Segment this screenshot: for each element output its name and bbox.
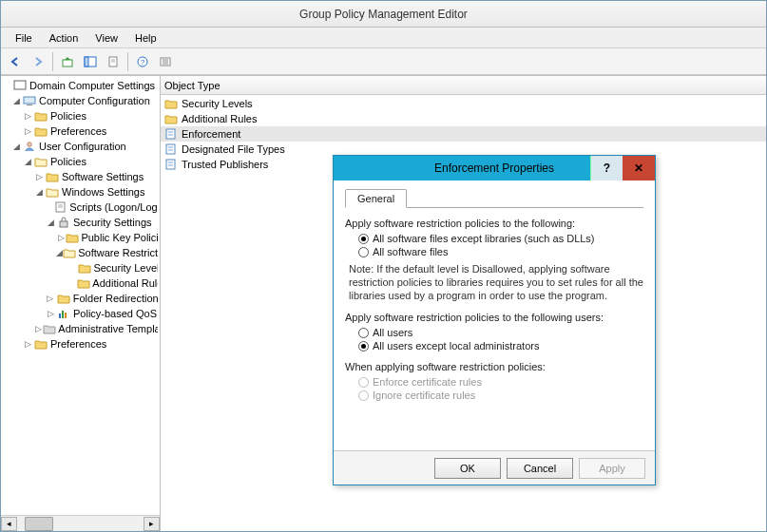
toolbar-separator (127, 52, 128, 71)
svg-rect-2 (85, 57, 88, 66)
ok-button[interactable]: OK (434, 458, 501, 479)
tree-root[interactable]: Domain Computer Settings (29, 80, 155, 91)
list-column-header[interactable]: Object Type (161, 76, 766, 95)
files-note: Note: If the default level is Disallowed… (349, 263, 643, 302)
tree-hscrollbar[interactable]: ◂ ▸ (1, 515, 160, 531)
menu-file[interactable]: File (7, 30, 41, 46)
refresh-button[interactable]: ? (132, 51, 153, 72)
group-users: Apply software restriction policies to t… (345, 312, 643, 352)
group-files: Apply software restriction policies to t… (345, 218, 643, 302)
tree-item[interactable]: Public Key Policies (81, 232, 158, 243)
radio-icon (358, 377, 369, 388)
svg-rect-13 (24, 97, 35, 104)
svg-rect-28 (168, 149, 173, 151)
twisty-icon[interactable]: ◢ (10, 96, 22, 105)
folder-icon (34, 110, 48, 122)
folder-icon (164, 113, 178, 124)
dialog-close-button[interactable]: ✕ (623, 156, 655, 180)
tree[interactable]: Domain Computer Settings ◢Computer Confi… (1, 76, 160, 515)
tree-item[interactable]: Windows Settings (62, 186, 144, 198)
folder-icon (77, 277, 90, 289)
tree-item[interactable]: Scripts (Logon/Logoff) (69, 201, 158, 213)
up-button[interactable] (57, 51, 78, 72)
list-item[interactable]: Enforcement (161, 126, 766, 142)
list-item-label: Security Levels (182, 98, 253, 109)
enforcement-properties-dialog: Enforcement Properties ? ✕ General Apply… (333, 155, 656, 485)
twisty-icon[interactable]: ▷ (22, 111, 33, 121)
dialog-titlebar[interactable]: Enforcement Properties ? ✕ (334, 156, 655, 180)
svg-rect-19 (60, 221, 67, 227)
forward-button[interactable] (28, 51, 48, 72)
twisty-icon[interactable]: ▷ (33, 172, 45, 181)
menu-help[interactable]: Help (126, 30, 165, 46)
group-cert: When applying software restriction polic… (345, 361, 643, 401)
svg-rect-30 (168, 162, 173, 163)
list-icon (159, 55, 172, 68)
tree-item[interactable]: Folder Redirection (73, 293, 158, 304)
tree-item[interactable]: Additional Rules (92, 277, 158, 289)
list-item[interactable]: Additional Rules (161, 111, 766, 126)
tab-general[interactable]: General (345, 189, 407, 208)
twisty-icon[interactable]: ▷ (45, 294, 56, 303)
radio-all-users-except-admins[interactable]: All users except local administrators (358, 340, 643, 352)
console-icon (13, 80, 27, 91)
tree-item[interactable]: Computer Configuration (39, 95, 150, 106)
radio-icon (358, 341, 369, 352)
twisty-icon[interactable]: ▷ (45, 309, 56, 318)
folder-icon (34, 338, 48, 350)
dialog-help-button[interactable]: ? (590, 156, 623, 180)
tree-item[interactable]: Administrative Templates (58, 323, 158, 334)
folder-icon (46, 171, 59, 182)
folder-open-icon (63, 247, 76, 258)
twisty-icon[interactable]: ▷ (56, 233, 66, 242)
properties-button[interactable] (103, 51, 124, 72)
cancel-button[interactable]: Cancel (507, 458, 573, 479)
folder-icon (164, 98, 178, 109)
page-icon (106, 55, 120, 68)
scroll-right-icon[interactable]: ▸ (144, 517, 160, 531)
lock-icon (57, 217, 70, 228)
group-users-label: Apply software restriction policies to t… (345, 312, 643, 323)
radio-all-users[interactable]: All users (358, 327, 643, 338)
svg-rect-24 (168, 131, 173, 133)
tree-item[interactable]: User Configuration (39, 141, 126, 152)
twisty-icon[interactable]: ◢ (22, 157, 33, 166)
twisty-icon[interactable]: ◢ (33, 187, 45, 197)
folder-icon (43, 323, 56, 334)
menu-view[interactable]: View (86, 30, 126, 46)
menu-action[interactable]: Action (41, 30, 87, 46)
chart-icon (57, 308, 70, 319)
computer-icon (23, 95, 36, 106)
twisty-icon[interactable]: ◢ (45, 218, 56, 227)
tree-item[interactable]: Software Restriction Policies (78, 247, 158, 258)
script-icon (54, 201, 67, 213)
tree-item[interactable]: Preferences (50, 338, 106, 350)
radio-all-except-libraries[interactable]: All software files except libraries (suc… (358, 233, 643, 244)
tree-item[interactable]: Policies (50, 110, 86, 122)
tree-item[interactable]: Preferences (50, 125, 106, 137)
radio-all-software-files[interactable]: All software files (358, 246, 643, 257)
svg-text:?: ? (141, 58, 145, 66)
arrow-left-icon (9, 55, 22, 68)
twisty-icon[interactable]: ◢ (10, 142, 22, 151)
twisty-icon[interactable]: ▷ (22, 126, 33, 136)
scroll-left-icon[interactable]: ◂ (1, 517, 17, 531)
twisty-icon[interactable]: ◢ (56, 248, 63, 257)
list-item[interactable]: Security Levels (161, 96, 766, 111)
list-item-label: Additional Rules (182, 113, 258, 124)
back-button[interactable] (5, 51, 26, 72)
radio-label: All users (373, 327, 412, 338)
filter-button[interactable] (155, 51, 176, 72)
tree-item[interactable]: Software Settings (62, 171, 144, 182)
show-hide-tree-button[interactable] (80, 51, 101, 72)
radio-icon (358, 234, 369, 244)
svg-rect-31 (168, 164, 173, 166)
scroll-thumb[interactable] (25, 517, 53, 531)
list-header-label: Object Type (164, 80, 221, 91)
tree-item[interactable]: Security Settings (73, 217, 152, 228)
tree-item[interactable]: Policies (50, 156, 86, 167)
twisty-icon[interactable]: ▷ (33, 324, 43, 333)
tree-item[interactable]: Security Levels (93, 262, 158, 274)
twisty-icon[interactable]: ▷ (22, 339, 33, 349)
tree-item[interactable]: Policy-based QoS (73, 308, 157, 319)
